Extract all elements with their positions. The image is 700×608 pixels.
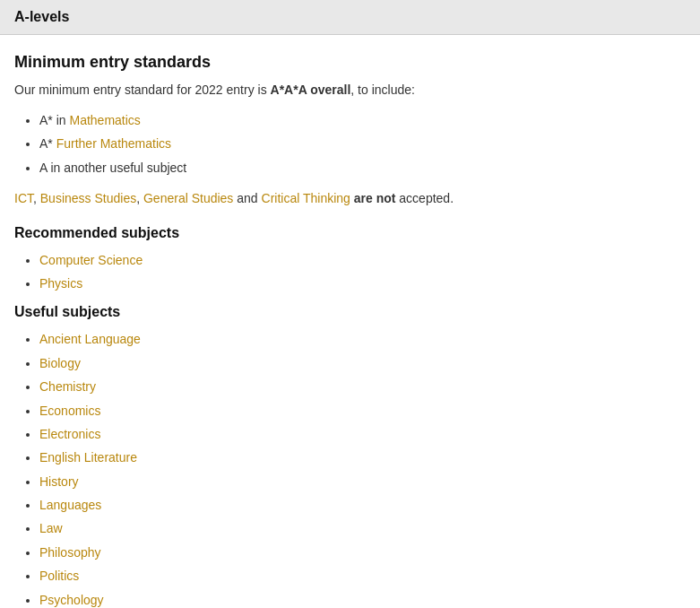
list-item: Electronics bbox=[39, 424, 686, 444]
useful-link-5[interactable]: Electronics bbox=[39, 427, 100, 441]
list-item: Economics bbox=[39, 401, 686, 421]
req1-link[interactable]: Mathematics bbox=[69, 113, 140, 127]
useful-link-3[interactable]: Chemistry bbox=[39, 379, 96, 394]
useful-link-12[interactable]: Psychology bbox=[39, 593, 104, 607]
useful-link-10[interactable]: Philosophy bbox=[39, 545, 101, 560]
req3-text: A in another useful subject bbox=[39, 161, 186, 175]
intro-prefix: Our minimum entry standard for 2022 entr… bbox=[14, 83, 271, 97]
not-accepted-general: General Studies bbox=[143, 191, 233, 205]
not-accepted-sep3: and bbox=[233, 191, 261, 205]
recommended-section: Recommended subjects Computer Science Ph… bbox=[14, 225, 686, 294]
list-item: Chemistry bbox=[39, 377, 686, 396]
recommended-link-1[interactable]: Computer Science bbox=[39, 253, 143, 267]
intro-paragraph: Our minimum entry standard for 2022 entr… bbox=[14, 81, 686, 100]
requirement-item-1: A* in Mathematics bbox=[39, 110, 686, 130]
useful-section: Useful subjects Ancient Language Biology… bbox=[14, 304, 686, 608]
requirement-item-3: A in another useful subject bbox=[39, 158, 686, 178]
page-title: A-levels bbox=[14, 9, 686, 25]
recommended-link-2[interactable]: Physics bbox=[39, 276, 82, 291]
list-item: Languages bbox=[39, 495, 686, 515]
useful-link-7[interactable]: History bbox=[39, 474, 79, 489]
intro-suffix: , to include: bbox=[350, 83, 415, 97]
req1-prefix: A* in bbox=[39, 113, 69, 127]
header-bar: A-levels bbox=[0, 0, 700, 35]
useful-link-8[interactable]: Languages bbox=[39, 498, 101, 512]
requirement-item-2: A* Further Mathematics bbox=[39, 134, 686, 153]
not-accepted-end: accepted. bbox=[395, 191, 454, 205]
list-item: Politics bbox=[39, 566, 686, 586]
useful-title: Useful subjects bbox=[14, 304, 686, 320]
not-accepted-ict: ICT bbox=[14, 191, 33, 205]
list-item: Law bbox=[39, 518, 686, 538]
list-item: Biology bbox=[39, 353, 686, 373]
list-item: English Literature bbox=[39, 447, 686, 467]
minimum-entry-section: Minimum entry standards Our minimum entr… bbox=[14, 53, 686, 209]
minimum-entry-title: Minimum entry standards bbox=[14, 53, 686, 72]
useful-link-1[interactable]: Ancient Language bbox=[39, 332, 141, 346]
list-item: Philosophy bbox=[39, 543, 686, 562]
recommended-list: Computer Science Physics bbox=[39, 250, 686, 294]
list-item: History bbox=[39, 472, 686, 491]
list-item: Psychology bbox=[39, 590, 686, 608]
not-accepted-paragraph: ICT, Business Studies, General Studies a… bbox=[14, 188, 686, 208]
not-accepted-bold: are not bbox=[354, 191, 396, 205]
not-accepted-sep1: , bbox=[33, 191, 40, 205]
recommended-title: Recommended subjects bbox=[14, 225, 686, 241]
standard-bold: A*A*A overall bbox=[271, 83, 351, 97]
useful-link-11[interactable]: Politics bbox=[39, 569, 79, 583]
requirements-list: A* in Mathematics A* Further Mathematics… bbox=[39, 110, 686, 178]
list-item: Ancient Language bbox=[39, 329, 686, 349]
useful-list: Ancient Language Biology Chemistry Econo… bbox=[39, 329, 686, 608]
not-accepted-critical: Critical Thinking bbox=[262, 191, 350, 205]
useful-link-6[interactable]: English Literature bbox=[39, 450, 137, 465]
main-content: Minimum entry standards Our minimum entr… bbox=[0, 35, 700, 608]
not-accepted-business: Business Studies bbox=[40, 191, 136, 205]
req2-prefix: A* bbox=[39, 136, 56, 151]
not-accepted-sep2: , bbox=[136, 191, 143, 205]
req2-link[interactable]: Further Mathematics bbox=[56, 136, 171, 151]
useful-link-2[interactable]: Biology bbox=[39, 356, 81, 370]
list-item: Physics bbox=[39, 274, 686, 293]
list-item: Computer Science bbox=[39, 250, 686, 270]
useful-link-9[interactable]: Law bbox=[39, 521, 63, 535]
useful-link-4[interactable]: Economics bbox=[39, 404, 100, 418]
